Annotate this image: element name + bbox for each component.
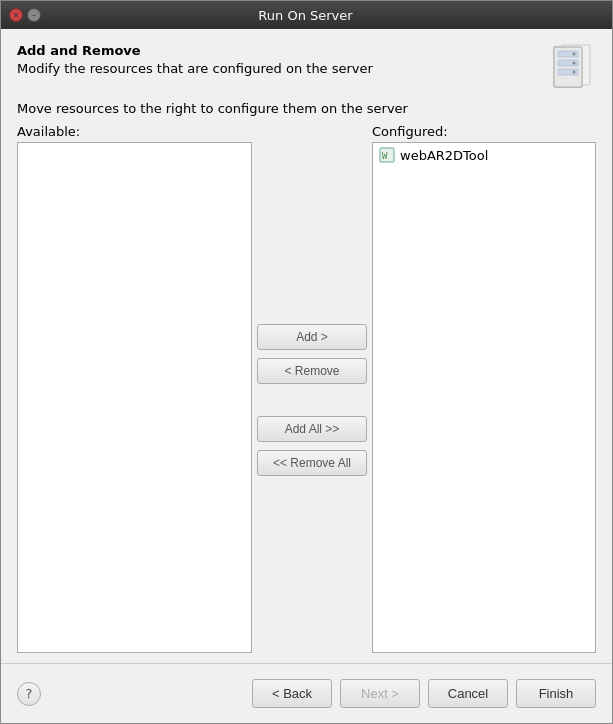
help-button[interactable]: ? [17, 682, 41, 706]
available-container: Available: [17, 124, 252, 653]
dialog-title: Add and Remove [17, 43, 373, 58]
svg-point-13 [573, 62, 576, 65]
svg-point-14 [573, 71, 576, 74]
svg-point-12 [573, 53, 576, 56]
dialog-footer: ? < Back Next > Cancel Finish [1, 663, 612, 723]
item-icon: W [379, 147, 395, 163]
header-text: Add and Remove Modify the resources that… [17, 43, 373, 76]
configured-list: W webAR2DTool [372, 142, 596, 653]
available-list [17, 142, 252, 653]
finish-button[interactable]: Finish [516, 679, 596, 708]
add-all-button[interactable]: Add All >> [257, 416, 367, 442]
server-icon-svg [548, 43, 596, 91]
configured-label: Configured: [372, 124, 596, 139]
footer-left: ? [17, 682, 41, 706]
close-button[interactable]: ✕ [9, 8, 23, 22]
instruction-text: Move resources to the right to configure… [17, 101, 596, 116]
dialog-subtitle: Modify the resources that are configured… [17, 61, 373, 76]
footer-right: < Back Next > Cancel Finish [252, 679, 596, 708]
title-bar: ✕ – Run On Server [1, 1, 612, 29]
cancel-button[interactable]: Cancel [428, 679, 508, 708]
remove-all-button[interactable]: << Remove All [257, 450, 367, 476]
remove-button[interactable]: < Remove [257, 358, 367, 384]
main-window: ✕ – Run On Server Add and Remove Modify … [0, 0, 613, 724]
lists-section: Available: Add > < Remove Add All >> << … [17, 124, 596, 653]
item-name: webAR2DTool [400, 148, 488, 163]
minimize-button[interactable]: – [27, 8, 41, 22]
buttons-container: Add > < Remove Add All >> << Remove All [252, 146, 372, 653]
available-label: Available: [17, 124, 252, 139]
next-button[interactable]: Next > [340, 679, 420, 708]
header-section: Add and Remove Modify the resources that… [17, 43, 596, 91]
back-button[interactable]: < Back [252, 679, 332, 708]
configured-container: Configured: W webAR2DTool [372, 124, 596, 653]
dialog-content: Add and Remove Modify the resources that… [1, 29, 612, 663]
window-title: Run On Server [47, 8, 564, 23]
list-item: W webAR2DTool [375, 145, 593, 165]
window-controls: ✕ – [9, 8, 41, 22]
svg-text:W: W [382, 151, 388, 161]
add-button[interactable]: Add > [257, 324, 367, 350]
server-icon [548, 43, 596, 91]
